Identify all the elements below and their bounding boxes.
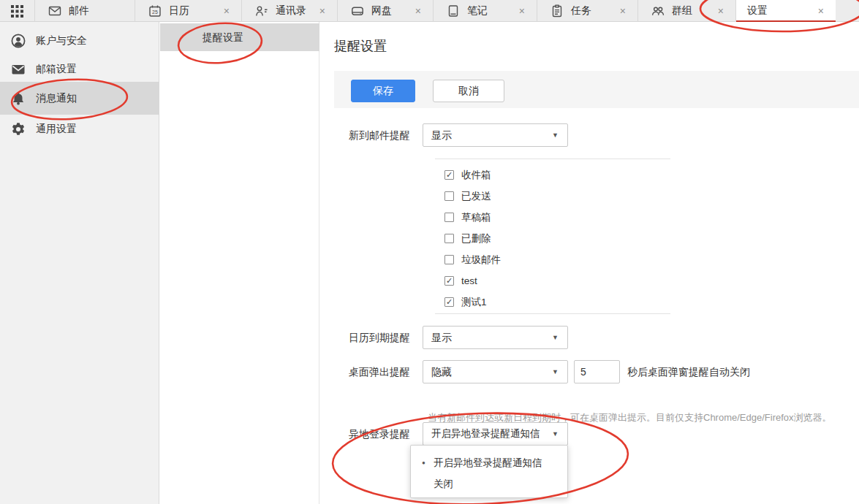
gear-icon — [10, 121, 26, 137]
drive-icon — [350, 4, 365, 18]
folder-checkbox-sent[interactable]: 已发送 — [444, 186, 491, 207]
checkbox-unchecked-icon[interactable] — [444, 234, 454, 243]
save-button[interactable]: 保存 — [351, 80, 415, 102]
form-toolbar: 保存 取消 — [334, 71, 859, 108]
checkbox-unchecked-icon[interactable] — [444, 213, 454, 222]
settings-sidebar: 账户与安全 邮箱设置 消息通知 通用设置 — [0, 22, 159, 504]
remote-login-alert-menu: ● 开启异地登录提醒通知信 关闭 — [410, 445, 568, 498]
new-mail-alert-select[interactable]: 显示 ▼ — [423, 123, 568, 147]
remote-login-alert-select[interactable]: 开启异地登录提醒通知信 ▼ — [423, 422, 568, 446]
folder-checkbox-inbox[interactable]: ✓ 收件箱 — [444, 164, 491, 186]
tab-label: 通讯录 — [276, 4, 306, 18]
divider — [435, 159, 670, 159]
chevron-down-icon: ▼ — [552, 327, 559, 348]
desktop-popup-alert-select[interactable]: 隐藏 ▼ — [423, 360, 568, 383]
tab-close-icon[interactable]: × — [818, 0, 824, 22]
checkbox-unchecked-icon[interactable] — [444, 255, 454, 264]
remote-login-alert-label: 异地登录提醒 — [349, 422, 410, 446]
menu-option-enable-notification[interactable]: ● 开启异地登录提醒通知信 — [411, 452, 567, 473]
chevron-down-icon: ▼ — [552, 124, 559, 146]
contacts-icon — [254, 4, 269, 18]
mailbox-icon — [10, 61, 26, 77]
tab-groups[interactable]: 群组 × — [638, 0, 736, 22]
mail-icon — [48, 4, 62, 18]
sidebar-item-account-security[interactable]: 账户与安全 — [0, 26, 159, 55]
chevron-down-icon: ▼ — [552, 423, 559, 445]
page-title: 提醒设置 — [334, 37, 387, 55]
account-icon — [10, 33, 26, 49]
folder-checkbox-drafts[interactable]: 草稿箱 — [444, 207, 491, 228]
calendar-due-alert-select[interactable]: 显示 ▼ — [423, 326, 568, 349]
bell-icon — [10, 91, 26, 107]
tab-close-icon[interactable]: × — [319, 0, 325, 22]
checkbox-unchecked-icon[interactable] — [444, 191, 454, 201]
app-grid-icon — [11, 5, 23, 18]
tab-close-icon[interactable]: × — [224, 0, 230, 22]
tab-tasks[interactable]: 任务 × — [537, 0, 638, 22]
tab-close-icon[interactable]: × — [519, 0, 525, 22]
tab-label: 群组 — [672, 4, 692, 18]
folder-checkbox-test1[interactable]: ✓ 测试1 — [444, 291, 487, 313]
sidebar-item-general-settings[interactable]: 通用设置 — [0, 115, 159, 143]
calendar-icon: 25 — [148, 4, 162, 18]
tab-label: 任务 — [571, 4, 591, 18]
remote-login-alert-value: 开启异地登录提醒通知信 — [431, 428, 540, 439]
tab-mail[interactable]: 邮件 — [35, 0, 135, 22]
tab-notes[interactable]: 笔记 × — [434, 0, 537, 22]
calendar-due-alert-label: 日历到期提醒 — [349, 326, 410, 349]
new-mail-alert-value: 显示 — [431, 129, 452, 141]
desktop-popup-alert-label: 桌面弹出提醒 — [349, 360, 410, 383]
sidebar-item-label: 消息通知 — [36, 92, 77, 105]
selected-option-bullet-icon: ● — [422, 452, 425, 473]
desktop-popup-alert-value: 隐藏 — [431, 366, 452, 378]
notes-icon — [446, 4, 461, 18]
tab-label: 日历 — [169, 4, 189, 18]
tab-close-icon[interactable]: × — [620, 0, 626, 22]
checkbox-checked-icon[interactable]: ✓ — [444, 170, 454, 180]
tab-close-icon[interactable]: × — [415, 0, 421, 22]
folder-checkbox-deleted[interactable]: 已删除 — [444, 228, 491, 249]
sidebar-item-mailbox-settings[interactable]: 邮箱设置 — [0, 55, 159, 83]
tab-drive[interactable]: 网盘 × — [338, 0, 434, 22]
folder-checkbox-spam[interactable]: 垃圾邮件 — [444, 249, 501, 270]
menu-option-disable[interactable]: 关闭 — [411, 473, 567, 495]
tab-label: 邮件 — [69, 4, 89, 18]
tab-contacts[interactable]: 通讯录 × — [242, 0, 338, 22]
popup-seconds-input[interactable] — [574, 360, 620, 383]
tasks-icon — [550, 4, 564, 18]
checkbox-checked-icon[interactable]: ✓ — [444, 276, 454, 286]
tab-label: 网盘 — [371, 4, 392, 18]
chevron-down-icon: ▼ — [552, 361, 559, 383]
calendar-due-alert-value: 显示 — [431, 332, 452, 343]
sidebar-item-label: 账户与安全 — [36, 34, 87, 47]
settings-subnav: 提醒设置 — [160, 22, 319, 504]
sidebar-item-label: 邮箱设置 — [36, 63, 77, 76]
app-grid-button[interactable] — [0, 0, 35, 22]
cancel-button[interactable]: 取消 — [433, 80, 504, 102]
tab-settings[interactable]: 设置 × — [736, 0, 836, 22]
folder-checkbox-test[interactable]: ✓ test — [444, 270, 477, 291]
sidebar-item-label: 通用设置 — [36, 123, 77, 136]
new-mail-alert-label: 新到邮件提醒 — [349, 123, 410, 147]
subnav-item-reminder-settings[interactable]: 提醒设置 — [160, 23, 319, 51]
reminder-settings-panel: 提醒设置 保存 取消 新到邮件提醒 显示 ▼ ✓ 收件箱 已发送 草稿箱 已删除 — [320, 22, 859, 504]
tab-calendar[interactable]: 25 日历 × — [135, 0, 242, 22]
svg-text:25: 25 — [152, 9, 158, 15]
group-icon — [651, 4, 665, 18]
sidebar-item-notifications[interactable]: 消息通知 — [0, 82, 159, 115]
checkbox-checked-icon[interactable]: ✓ — [444, 297, 454, 307]
tab-close-icon[interactable]: × — [718, 0, 724, 22]
tab-bar: 邮件 25 日历 × 通讯录 × 网盘 × 笔 — [0, 0, 859, 22]
webmail-settings-screen: 邮件 25 日历 × 通讯录 × 网盘 × 笔 — [0, 0, 859, 504]
divider — [435, 313, 670, 314]
tab-label: 设置 — [747, 4, 768, 18]
popup-seconds-suffix: 秒后桌面弹窗提醒自动关闭 — [627, 360, 750, 383]
tab-label: 笔记 — [467, 4, 488, 18]
